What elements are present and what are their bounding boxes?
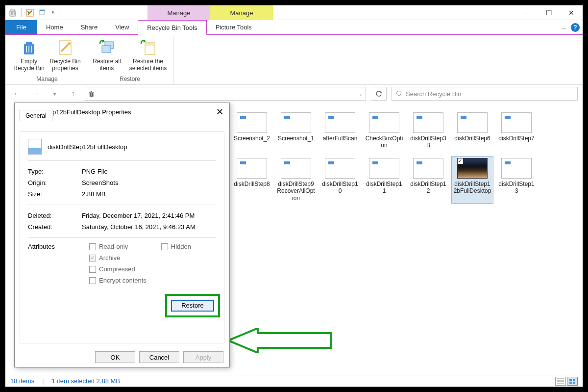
- address-bar[interactable]: 🗑 ⌄: [85, 87, 366, 101]
- prop-value: ScreenShots: [82, 179, 118, 186]
- up-button[interactable]: ↑: [66, 87, 80, 101]
- file-item[interactable]: diskDrillStep12: [407, 156, 449, 204]
- file-name: diskDrillStep6: [454, 135, 490, 142]
- recycle-bin-icon[interactable]: [8, 8, 17, 17]
- recycle-bin-window: ▼ Manage Manage Recycle Bin ─ ☐ ✕ File H…: [5, 5, 583, 387]
- file-item[interactable]: Screenshot_2: [231, 110, 273, 151]
- divider: [21, 8, 22, 17]
- button-label: Empty Recycle Bin: [12, 58, 46, 72]
- tab-picture-tools[interactable]: Picture Tools: [207, 20, 261, 34]
- file-thumbnail: [457, 112, 488, 133]
- file-item[interactable]: diskDrillStep10: [319, 156, 361, 204]
- file-name: diskDrillStep12bFullDesktop: [453, 181, 491, 195]
- tab-home[interactable]: Home: [37, 20, 72, 34]
- refresh-button[interactable]: [371, 87, 387, 101]
- archive-checkbox[interactable]: ✓Archive: [89, 254, 147, 261]
- file-name-label: diskDrillStep12bFullDesktop: [48, 143, 127, 151]
- restore-all-items-button[interactable]: Restore all items: [89, 37, 124, 75]
- file-item[interactable]: diskDrillStep11: [363, 156, 405, 204]
- chevron-down-icon[interactable]: ▼: [51, 10, 55, 15]
- tab-view[interactable]: View: [106, 20, 138, 34]
- file-name: diskDrillStep12: [409, 181, 447, 195]
- file-item[interactable]: diskDrillStep8: [231, 156, 273, 204]
- file-thumbnail: [237, 158, 267, 179]
- file-item[interactable]: afterFullScan: [319, 110, 361, 151]
- readonly-checkbox[interactable]: Read-only: [89, 243, 147, 250]
- titlebar: ▼ Manage Manage Recycle Bin ─ ☐ ✕: [5, 5, 583, 20]
- chevron-down-icon[interactable]: ⌄: [359, 91, 363, 97]
- window-controls: ─ ☐ ✕: [515, 5, 583, 20]
- search-icon: [396, 90, 403, 97]
- file-name: diskDrillStep8: [234, 181, 270, 187]
- tab-share[interactable]: Share: [72, 20, 107, 34]
- recycle-bin-properties-button[interactable]: Recycle Bin properties: [48, 37, 83, 75]
- prop-value: Friday, December 17, 2021, 2:41:46 PM: [82, 212, 195, 219]
- cancel-button[interactable]: Cancel: [139, 351, 179, 363]
- divider: [59, 8, 59, 17]
- svg-rect-1: [11, 10, 15, 11]
- file-item[interactable]: diskDrillStep9RecoverAllOption: [275, 156, 317, 204]
- svg-rect-12: [145, 43, 155, 46]
- file-item[interactable]: diskDrillStep7: [495, 110, 538, 151]
- svg-rect-6: [26, 42, 32, 45]
- back-button[interactable]: ←: [10, 87, 24, 101]
- restore-selected-items-button[interactable]: Restore the selected items: [125, 37, 171, 75]
- minimize-button[interactable]: ─: [515, 5, 538, 20]
- file-item[interactable]: diskDrillStep6: [451, 110, 493, 151]
- file-thumbnail: ✓: [457, 158, 488, 179]
- recent-locations-button[interactable]: ▾: [48, 87, 61, 101]
- file-thumbnail: [281, 112, 311, 133]
- status-bar: 18 items | 1 item selected 2.88 MB: [5, 375, 583, 387]
- qat-dropdown-icon[interactable]: [38, 8, 47, 17]
- forward-button[interactable]: →: [29, 87, 43, 101]
- svg-rect-10: [102, 46, 111, 52]
- context-tabs: Manage Manage: [147, 5, 273, 20]
- file-item[interactable]: ✓diskDrillStep12bFullDesktop: [451, 156, 493, 204]
- prop-value: Saturday, October 16, 2021, 9:46:23 AM: [82, 223, 196, 231]
- window-title: Recycle Bin: [62, 9, 515, 16]
- ok-button[interactable]: OK: [95, 351, 135, 363]
- collapse-ribbon-icon[interactable]: ︿: [561, 24, 567, 32]
- file-item[interactable]: diskDrillStep3B: [407, 110, 449, 151]
- details-view-button[interactable]: [555, 377, 566, 386]
- annotation-arrow: [228, 328, 336, 353]
- search-input[interactable]: Search Recycle Bin: [392, 87, 578, 101]
- ribbon-group-restore: Restore all items Restore the selected i…: [86, 37, 174, 84]
- file-thumbnail: [237, 112, 267, 133]
- dialog-close-button[interactable]: ✕: [216, 106, 223, 117]
- prop-key: Created:: [28, 223, 82, 231]
- file-item[interactable]: Screenshot_1: [275, 110, 317, 151]
- context-tab-manage-yellow[interactable]: Manage: [210, 5, 273, 20]
- file-name: diskDrillStep11: [365, 181, 403, 195]
- ribbon-tabs: File Home Share View Recycle Bin Tools P…: [5, 20, 583, 35]
- help-icon[interactable]: ?: [571, 23, 580, 32]
- search-placeholder: Search Recycle Bin: [406, 90, 461, 98]
- group-label: Manage: [36, 75, 57, 84]
- attributes-label: Attributes: [28, 243, 74, 284]
- compressed-checkbox[interactable]: Compressed: [89, 265, 147, 273]
- file-item[interactable]: CheckBoxOption: [363, 110, 405, 151]
- file-name: diskDrillStep10: [321, 181, 359, 195]
- empty-recycle-bin-button[interactable]: Empty Recycle Bin: [11, 37, 47, 75]
- file-name: diskDrillStep3B: [409, 135, 447, 149]
- tab-general[interactable]: General: [19, 110, 53, 121]
- tab-recycle-bin-tools[interactable]: Recycle Bin Tools: [138, 20, 206, 35]
- properties-qat-icon[interactable]: [25, 8, 34, 17]
- svg-rect-14: [569, 379, 572, 381]
- file-thumbnail: [325, 112, 355, 133]
- apply-button[interactable]: Apply: [183, 351, 223, 363]
- prop-value: PNG File: [82, 168, 108, 175]
- icons-view-button[interactable]: [567, 377, 578, 386]
- tab-file[interactable]: File: [5, 20, 37, 34]
- context-tab-manage-pink[interactable]: Manage: [147, 5, 210, 20]
- close-button[interactable]: ✕: [560, 5, 583, 20]
- hidden-checkbox[interactable]: Hidden: [161, 243, 191, 250]
- file-name: Screenshot_1: [278, 135, 314, 142]
- restore-button[interactable]: Restore: [171, 300, 214, 312]
- maximize-button[interactable]: ☐: [538, 5, 560, 20]
- encrypt-checkbox[interactable]: Encrypt contents: [89, 277, 147, 284]
- svg-point-13: [397, 91, 401, 96]
- file-item[interactable]: diskDrillStep13: [495, 156, 538, 204]
- file-thumbnail: [325, 158, 355, 179]
- prop-key: Origin:: [28, 179, 82, 186]
